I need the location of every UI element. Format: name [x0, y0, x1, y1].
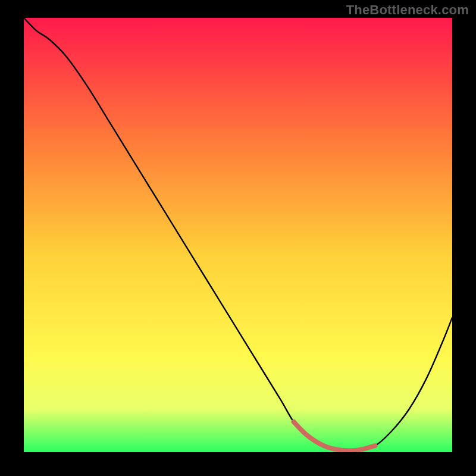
plot-area	[24, 18, 452, 452]
bottleneck-curve-chart	[24, 18, 452, 452]
watermark-text: TheBottleneck.com	[346, 2, 469, 18]
gradient-background	[24, 18, 452, 452]
chart-frame: TheBottleneck.com	[0, 0, 476, 476]
